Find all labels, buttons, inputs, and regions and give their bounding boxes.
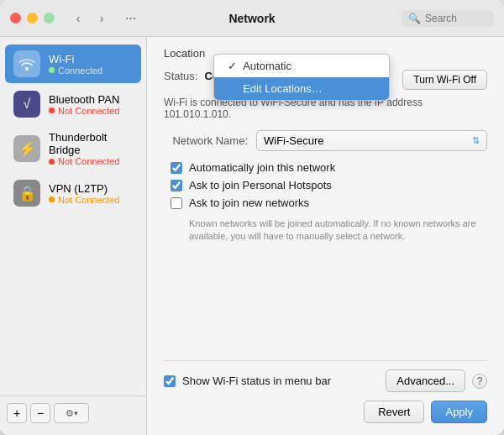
- vpn-status: Not Connected: [49, 195, 119, 205]
- bluetooth-name: Bluetooth PAN: [49, 93, 119, 106]
- vpn-status-dot: [49, 197, 55, 202]
- sidebar-item-wifi[interactable]: Wi-Fi Connected: [5, 45, 141, 83]
- automatic-option: Automatic: [243, 60, 291, 72]
- chevron-down-icon: ▾: [74, 409, 78, 417]
- checkbox-auto-join: Automatically join this network: [164, 161, 487, 174]
- checkbox-new-networks: Ask to join new networks Known networks …: [164, 197, 487, 244]
- network-name-value: WiFi-Secure: [264, 134, 324, 147]
- minimize-button[interactable]: [27, 13, 38, 24]
- bluetooth-text: Bluetooth PAN Not Connected: [49, 93, 119, 116]
- help-button[interactable]: ?: [472, 374, 487, 389]
- gear-button[interactable]: ⚙ ▾: [54, 403, 89, 423]
- network-name-dropdown[interactable]: WiFi-Secure ⇅: [256, 130, 487, 151]
- add-network-button[interactable]: +: [7, 403, 27, 423]
- bluetooth-icon: √: [13, 91, 40, 118]
- main-content: Wi-Fi Connected √ Bluetooth PAN Not Con: [0, 37, 504, 435]
- window-title: Network: [228, 12, 275, 25]
- wifi-status: Connected: [49, 66, 102, 76]
- action-buttons: Revert Apply: [164, 401, 487, 423]
- sidebar-item-vpn[interactable]: 🔒 VPN (L2TP) Not Connected: [5, 174, 141, 212]
- personal-hotspots-label: Ask to join Personal Hotspots: [189, 179, 332, 191]
- sidebar-footer: + − ⚙ ▾: [0, 396, 146, 428]
- network-name-label: Network Name:: [164, 134, 248, 147]
- bottom-section: Show Wi-Fi status in menu bar Advanced..…: [164, 360, 487, 423]
- turn-wifi-off-button[interactable]: Turn Wi-Fi Off: [402, 70, 487, 90]
- dropdown-menu: ✓ Automatic Edit Locations…: [213, 54, 390, 101]
- bluetooth-status: Not Connected: [49, 106, 119, 116]
- new-networks-checkbox[interactable]: [171, 197, 182, 209]
- thunderbolt-status: Not Connected: [49, 156, 133, 166]
- nav-buttons: ‹ ›: [68, 8, 112, 29]
- location-label: Location: [164, 47, 205, 60]
- apply-button[interactable]: Apply: [431, 401, 487, 423]
- thunderbolt-icon: ⚡: [13, 135, 40, 162]
- vpn-icon: 🔒: [13, 180, 40, 207]
- wifi-text: Wi-Fi Connected: [49, 53, 102, 76]
- titlebar: ‹ › ⋯ Network 🔍: [0, 0, 504, 37]
- edit-locations-option: Edit Locations…: [243, 82, 323, 95]
- sidebar-item-bluetooth[interactable]: √ Bluetooth PAN Not Connected: [5, 85, 141, 123]
- wifi-name: Wi-Fi: [49, 53, 102, 66]
- dropdown-item-automatic[interactable]: ✓ Automatic: [214, 55, 389, 77]
- personal-hotspots-checkbox[interactable]: [171, 180, 182, 191]
- network-window: ‹ › ⋯ Network 🔍 Wi-Fi: [0, 0, 504, 435]
- checkbox-personal-hotspots: Ask to join Personal Hotspots: [164, 179, 487, 191]
- search-box[interactable]: 🔍: [402, 10, 494, 27]
- revert-button[interactable]: Revert: [364, 401, 424, 423]
- thunderbolt-text: Thunderbolt Bridge Not Connected: [49, 131, 133, 166]
- thunderbolt-name: Thunderbolt Bridge: [49, 131, 133, 156]
- new-networks-label: Ask to join new networks: [189, 197, 309, 209]
- thunderbolt-status-dot: [49, 159, 55, 165]
- sidebar-item-thunderbolt[interactable]: ⚡ Thunderbolt Bridge Not Connected: [5, 125, 141, 172]
- search-icon: 🔍: [408, 13, 421, 24]
- select-arrow-icon: ⇅: [472, 135, 480, 146]
- back-button[interactable]: ‹: [68, 8, 88, 29]
- search-input[interactable]: [425, 13, 492, 24]
- no-check: [226, 82, 238, 95]
- status-label: Status:: [164, 70, 197, 82]
- maximize-button[interactable]: [44, 13, 55, 24]
- wifi-icon: [13, 50, 40, 77]
- auto-join-label: Automatically join this network: [189, 161, 335, 174]
- network-name-row: Network Name: WiFi-Secure ⇅: [164, 130, 487, 151]
- vpn-name: VPN (L2TP): [49, 182, 119, 195]
- advanced-button[interactable]: Advanced...: [386, 369, 465, 392]
- new-networks-sublabel: Known networks will be joined automatica…: [171, 218, 487, 244]
- dropdown-item-edit-locations[interactable]: Edit Locations…: [214, 77, 389, 100]
- show-status-row: Show Wi-Fi status in menu bar Advanced..…: [164, 369, 487, 392]
- bluetooth-status-dot: [49, 107, 55, 113]
- show-status-checkbox[interactable]: [164, 375, 176, 387]
- vpn-text: VPN (L2TP) Not Connected: [49, 182, 119, 205]
- close-button[interactable]: [10, 13, 21, 24]
- location-bar: Location ✓ Automatic Edit Locations…: [164, 47, 487, 60]
- traffic-lights: [10, 13, 55, 24]
- remove-network-button[interactable]: −: [30, 403, 50, 423]
- show-status-label: Show Wi-Fi status in menu bar: [182, 375, 331, 387]
- question-mark-icon: ?: [477, 375, 483, 387]
- auto-join-checkbox[interactable]: [171, 162, 182, 174]
- checkmark-icon: ✓: [226, 60, 238, 72]
- forward-button[interactable]: ›: [92, 8, 112, 29]
- sidebar: Wi-Fi Connected √ Bluetooth PAN Not Con: [0, 37, 147, 435]
- gear-icon: ⚙: [66, 408, 74, 419]
- grid-icon[interactable]: ⋯: [120, 8, 140, 29]
- wifi-status-dot: [49, 67, 55, 73]
- main-panel: Location ✓ Automatic Edit Locations…: [147, 37, 504, 435]
